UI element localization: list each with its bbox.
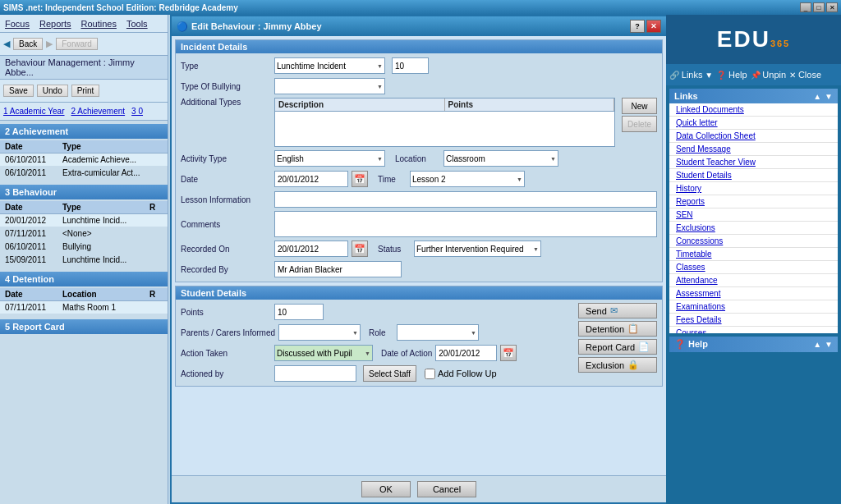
- behaviour-section-header: 3 Behaviour: [0, 185, 168, 199]
- table-row[interactable]: 20/01/2012 Lunchtime Incid...: [0, 214, 168, 227]
- parents-row: Parents / Carers Informed Role: [181, 323, 572, 341]
- help-scroll-down[interactable]: ▼: [825, 340, 833, 349]
- date-of-action-label: Date of Action: [381, 349, 432, 358]
- comments-textarea[interactable]: [274, 211, 657, 237]
- help-button[interactable]: ❓ Help: [716, 70, 747, 80]
- links-button[interactable]: 🔗 Links ▼: [669, 70, 713, 80]
- lesson-label: Lesson Information: [181, 195, 271, 204]
- back-button[interactable]: Back: [13, 38, 43, 50]
- link-linked-docs[interactable]: Linked Documents: [669, 103, 838, 117]
- beh-date-2: 07/11/2011: [3, 228, 61, 239]
- table-row[interactable]: 07/11/2011 Maths Room 1: [0, 301, 168, 314]
- nav-achievement[interactable]: 2 Achievement: [71, 107, 126, 116]
- menu-reports[interactable]: Reports: [39, 19, 71, 29]
- forward-button[interactable]: Forward: [56, 38, 98, 50]
- delete-button[interactable]: Delete: [622, 116, 657, 132]
- table-row[interactable]: 07/11/2011 <None>: [0, 227, 168, 241]
- link-reports[interactable]: Reports: [669, 195, 838, 208]
- link-data-collection[interactable]: Data Collection Sheet: [669, 130, 838, 143]
- actioned-by-input[interactable]: [274, 365, 356, 382]
- select-staff-button[interactable]: Select Staff: [363, 365, 416, 382]
- location-label: Location: [395, 154, 440, 163]
- action-taken-select[interactable]: Discussed with Pupil: [274, 345, 373, 361]
- help-scroll-up[interactable]: ▲: [813, 340, 821, 349]
- maximize-btn[interactable]: □: [813, 2, 825, 12]
- status-select[interactable]: Further Intervention Required: [414, 241, 541, 257]
- nav-academic-year[interactable]: 1 Academic Year: [3, 107, 65, 116]
- parents-select[interactable]: [278, 324, 361, 341]
- unpin-button[interactable]: 📌 Unpin: [751, 70, 787, 80]
- link-concessions[interactable]: Concessions: [669, 235, 838, 248]
- incident-details-section: Incident Details Type Lunchtime Incident: [175, 39, 663, 282]
- links-scroll-down[interactable]: ▼: [825, 92, 833, 101]
- link-assessment[interactable]: Assessment: [669, 287, 838, 300]
- ok-button[interactable]: OK: [361, 481, 411, 497]
- student-details-left: Points Parents / Carers Informed Role: [181, 303, 572, 383]
- recorded-calendar-btn[interactable]: 📅: [352, 241, 368, 257]
- report-card-button[interactable]: Report Card 📄: [578, 339, 657, 355]
- table-row[interactable]: 06/10/2011 Bullying: [0, 241, 168, 254]
- follow-up-checkbox[interactable]: [425, 369, 435, 379]
- recorded-on-input[interactable]: [274, 241, 348, 257]
- detention-button[interactable]: Detention 📋: [578, 321, 657, 337]
- undo-button[interactable]: Undo: [37, 85, 68, 97]
- action-date-calendar-btn[interactable]: 📅: [500, 345, 517, 361]
- dialog-close-btn[interactable]: ✕: [646, 20, 661, 33]
- link-exclusions[interactable]: Exclusions: [669, 222, 838, 235]
- edu-close-button[interactable]: ✕ Close: [789, 70, 821, 80]
- type-select[interactable]: Lunchtime Incident: [274, 57, 385, 74]
- link-student-details[interactable]: Student Details: [669, 169, 838, 182]
- activity-type-select[interactable]: English: [274, 150, 385, 167]
- table-row[interactable]: 06/10/2011 Extra-cumicular Act...: [0, 167, 168, 180]
- time-select[interactable]: Lesson 2: [410, 171, 525, 187]
- link-examinations[interactable]: Examinations: [669, 300, 838, 314]
- status-select-wrap: Further Intervention Required: [414, 241, 541, 257]
- beh-type-3: Bullying: [61, 241, 148, 252]
- bullying-select[interactable]: [274, 78, 385, 94]
- link-send-message[interactable]: Send Message: [669, 143, 838, 156]
- links-scroll-up[interactable]: ▲: [813, 92, 821, 101]
- links-header: Links ▲ ▼: [669, 89, 838, 103]
- table-row[interactable]: 06/10/2011 Academic Achieve...: [0, 153, 168, 167]
- close-btn[interactable]: ✕: [826, 2, 838, 12]
- menu-tools[interactable]: Tools: [126, 19, 148, 29]
- menu-focus[interactable]: Focus: [5, 19, 30, 29]
- link-quick-letter[interactable]: Quick letter: [669, 117, 838, 130]
- dialog-help-btn[interactable]: ?: [630, 20, 645, 33]
- nav-count[interactable]: 3 0: [131, 107, 143, 116]
- follow-up-text: Add Follow Up: [438, 369, 497, 378]
- report-card-section-header: 5 Report Card: [0, 319, 168, 334]
- link-attendance[interactable]: Attendance: [669, 274, 838, 287]
- cancel-button[interactable]: Cancel: [417, 481, 476, 497]
- link-fees[interactable]: Fees Details: [669, 314, 838, 327]
- menu-routines[interactable]: Routines: [81, 19, 117, 29]
- minimize-btn[interactable]: _: [800, 2, 811, 12]
- points-input[interactable]: [274, 304, 324, 320]
- date-input[interactable]: [274, 171, 348, 187]
- main-title-bar: SIMS .net: Independent School Edition: R…: [0, 0, 841, 15]
- send-button[interactable]: Send ✉: [578, 303, 657, 318]
- link-timetable[interactable]: Timetable: [669, 248, 838, 261]
- action-taken-label: Action Taken: [181, 349, 271, 358]
- recorded-by-input[interactable]: [274, 261, 402, 277]
- type-number-input[interactable]: [392, 57, 429, 74]
- role-select[interactable]: [397, 324, 479, 341]
- date-calendar-btn[interactable]: 📅: [352, 171, 368, 187]
- table-row[interactable]: 15/09/2011 Lunchtime Incid...: [0, 254, 168, 267]
- beh-type-1: Lunchtime Incid...: [61, 215, 148, 226]
- dialog-content: Incident Details Type Lunchtime Incident: [172, 36, 666, 475]
- achievement-section: Date Type 06/10/2011 Academic Achieve...…: [0, 139, 168, 181]
- print-button[interactable]: Print: [71, 85, 100, 97]
- link-courses[interactable]: Courses: [669, 327, 838, 333]
- new-button[interactable]: New: [622, 98, 657, 114]
- link-classes[interactable]: Classes: [669, 261, 838, 274]
- date-of-action-input[interactable]: [435, 345, 497, 361]
- save-button[interactable]: Save: [3, 85, 34, 97]
- link-student-teacher[interactable]: Student Teacher View: [669, 156, 838, 169]
- beh-date-col: Date: [3, 202, 61, 213]
- link-history[interactable]: History: [669, 182, 838, 195]
- link-sen[interactable]: SEN: [669, 208, 838, 222]
- lesson-input[interactable]: [274, 191, 657, 208]
- exclusion-button[interactable]: Exclusion 🔒: [578, 357, 657, 373]
- location-select[interactable]: Classroom: [443, 150, 558, 167]
